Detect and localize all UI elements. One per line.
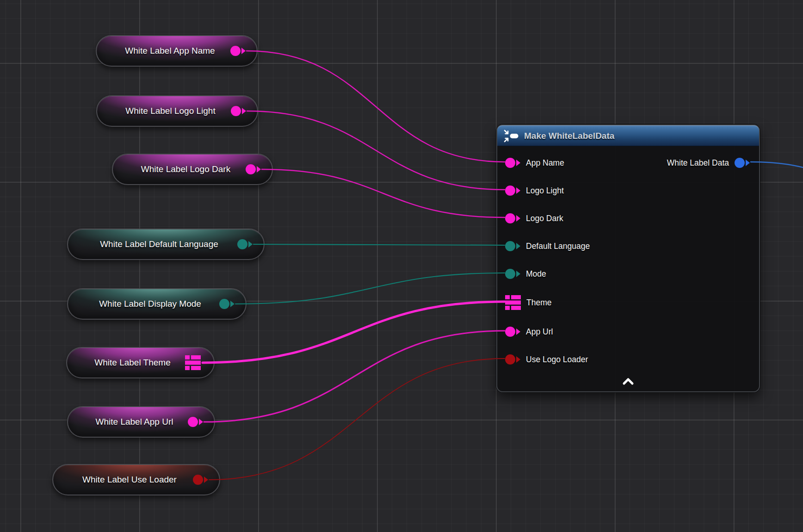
output-pin-circle[interactable] bbox=[735, 158, 750, 168]
teal-pin-arrow-icon bbox=[516, 271, 520, 277]
input-pin-row-mode[interactable]: Mode bbox=[505, 264, 546, 284]
make-struct-icon bbox=[503, 129, 519, 143]
blue-pin-arrow-icon bbox=[746, 160, 750, 166]
input-pin-row-use-logo-loader[interactable]: Use Logo Loader bbox=[505, 349, 588, 370]
magenta-pin-circle-icon bbox=[246, 164, 256, 174]
collapse-node-button[interactable] bbox=[620, 377, 636, 388]
red-pin-arrow-icon bbox=[516, 356, 520, 363]
variable-node-logo-light[interactable]: White Label Logo Light bbox=[96, 95, 258, 127]
input-pin-6[interactable] bbox=[505, 327, 520, 337]
variable-node-label: White Label Use Loader bbox=[53, 475, 193, 485]
input-pin-label: App Url bbox=[526, 327, 553, 337]
make-node-title: Make WhiteLabelData bbox=[524, 131, 614, 141]
variable-node-label: White Label App Url bbox=[68, 417, 188, 427]
magenta-pin-arrow-icon bbox=[516, 215, 520, 222]
magenta-pin-arrow-icon bbox=[516, 187, 520, 194]
teal-pin-circle-icon bbox=[237, 239, 247, 249]
variable-output-pin-logo-dark[interactable] bbox=[246, 164, 261, 174]
input-pin-label: App Name bbox=[526, 158, 564, 168]
variable-output-pin-logo-light[interactable] bbox=[231, 106, 246, 116]
input-pin-label: Default Language bbox=[526, 241, 590, 251]
magenta-pin-circle-icon bbox=[231, 106, 241, 116]
input-pin-7[interactable] bbox=[505, 354, 520, 365]
variable-node-use-loader[interactable]: White Label Use Loader bbox=[52, 464, 220, 495]
blueprint-canvas[interactable]: White Label App NameWhite Label Logo Lig… bbox=[0, 0, 803, 532]
struct-pin-icon bbox=[185, 355, 201, 370]
input-pin-row-logo-light[interactable]: Logo Light bbox=[505, 180, 564, 201]
input-pin-row-app-url[interactable]: App Url bbox=[505, 322, 553, 342]
teal-pin-arrow-icon bbox=[248, 241, 253, 247]
variable-node-label: White Label Theme bbox=[67, 358, 185, 368]
magenta-pin-arrow-icon bbox=[242, 108, 246, 114]
magenta-pin-arrow-icon bbox=[516, 160, 520, 166]
input-pin-label: Use Logo Loader bbox=[526, 355, 588, 365]
variable-output-pin-display-mode[interactable] bbox=[219, 299, 235, 309]
input-pin-5[interactable] bbox=[505, 295, 521, 310]
teal-pin-circle-icon bbox=[505, 269, 515, 279]
chevron-up-icon bbox=[620, 377, 636, 386]
magenta-pin-circle-icon bbox=[188, 417, 198, 427]
magenta-pin-circle-icon bbox=[505, 186, 515, 196]
variable-node-label: White Label Display Mode bbox=[68, 299, 219, 309]
red-pin-circle-icon bbox=[505, 354, 515, 365]
input-pin-3[interactable] bbox=[505, 241, 520, 251]
variable-output-pin-app-name[interactable] bbox=[230, 46, 246, 56]
variable-output-pin-use-loader[interactable] bbox=[193, 475, 208, 485]
make-node-header[interactable]: Make WhiteLabelData bbox=[497, 125, 759, 146]
variable-node-label: White Label App Name bbox=[97, 46, 230, 56]
variable-node-label: White Label Logo Dark bbox=[113, 164, 246, 174]
variable-node-theme[interactable]: White Label Theme bbox=[66, 347, 215, 378]
variable-node-label: White Label Default Language bbox=[68, 239, 237, 249]
input-pin-label: Logo Dark bbox=[526, 214, 563, 223]
struct-pin-icon bbox=[505, 295, 521, 310]
red-pin-circle-icon bbox=[193, 475, 203, 485]
magenta-pin-circle-icon bbox=[230, 46, 241, 56]
magenta-pin-circle-icon bbox=[505, 327, 515, 337]
input-pin-4[interactable] bbox=[505, 269, 520, 279]
input-pin-row-logo-dark[interactable]: Logo Dark bbox=[505, 208, 563, 229]
variable-node-display-mode[interactable]: White Label Display Mode bbox=[67, 288, 247, 320]
magenta-pin-arrow-icon bbox=[516, 328, 520, 335]
input-pin-2[interactable] bbox=[505, 213, 520, 223]
variable-node-app-name[interactable]: White Label App Name bbox=[96, 35, 258, 67]
output-pin-row[interactable]: White Label Data bbox=[667, 153, 750, 173]
variable-output-pin-app-url[interactable] bbox=[188, 417, 203, 427]
teal-pin-arrow-icon bbox=[516, 243, 520, 249]
magenta-pin-arrow-icon bbox=[199, 419, 203, 425]
variable-node-app-url[interactable]: White Label App Url bbox=[67, 406, 215, 438]
output-pin-label: White Label Data bbox=[667, 158, 729, 168]
red-pin-arrow-icon bbox=[204, 476, 208, 483]
variable-node-logo-dark[interactable]: White Label Logo Dark bbox=[112, 154, 273, 185]
teal-pin-circle-icon bbox=[505, 241, 515, 251]
variable-node-label: White Label Logo Light bbox=[97, 106, 231, 116]
input-pin-0[interactable] bbox=[505, 158, 520, 168]
teal-pin-arrow-icon bbox=[230, 301, 235, 307]
blue-pin-circle-icon bbox=[735, 158, 745, 168]
make-whitelabeldata-node[interactable]: Make WhiteLabelData App NameLogo LightLo… bbox=[496, 124, 760, 392]
input-pin-row-theme[interactable]: Theme bbox=[505, 292, 551, 313]
input-pin-1[interactable] bbox=[505, 186, 520, 196]
teal-pin-circle-icon bbox=[219, 299, 229, 309]
input-pin-label: Theme bbox=[526, 298, 551, 308]
magenta-pin-circle-icon bbox=[505, 158, 515, 168]
variable-output-pin-default-language[interactable] bbox=[237, 239, 253, 249]
magenta-pin-circle-icon bbox=[505, 213, 515, 223]
variable-output-pin-theme[interactable] bbox=[185, 355, 201, 370]
input-pin-row-app-name[interactable]: App Name bbox=[505, 153, 564, 173]
magenta-pin-arrow-icon bbox=[241, 48, 246, 54]
input-pin-row-default-language[interactable]: Default Language bbox=[505, 236, 590, 256]
nodes-layer: White Label App NameWhite Label Logo Lig… bbox=[0, 0, 803, 532]
input-pin-label: Mode bbox=[526, 269, 546, 279]
input-pin-label: Logo Light bbox=[526, 186, 564, 196]
variable-node-default-language[interactable]: White Label Default Language bbox=[67, 229, 265, 260]
magenta-pin-arrow-icon bbox=[257, 166, 261, 173]
white-label-data-output-pin[interactable] bbox=[735, 158, 750, 168]
